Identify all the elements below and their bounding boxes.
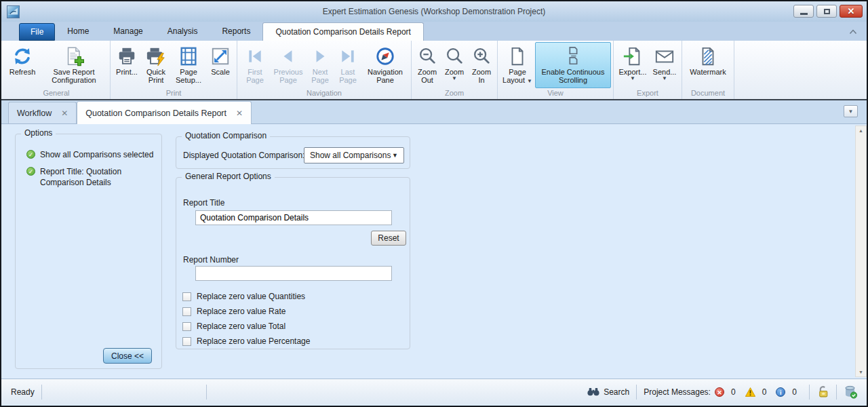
replace-zero-rate-checkbox[interactable] [182, 307, 191, 316]
page-layout-icon [507, 45, 528, 68]
enable-continuous-scrolling-button[interactable]: Enable Continuous Scrolling [535, 42, 611, 88]
info-count: 0 [792, 387, 797, 397]
title-bar: Expert Estimation Genesis (Workshop Demo… [1, 1, 867, 22]
export-icon [623, 45, 643, 68]
ribbon-group-view: Page Layout▼ Enable Continuous Scrolling… [498, 41, 614, 99]
replace-zero-total-checkbox[interactable] [182, 322, 191, 331]
option-status-item: ✓ Report Title: Quotation Comparison Det… [26, 166, 155, 188]
report-options-content: Options ✓ Show all Comparisons selected … [1, 124, 867, 379]
status-ready: Ready [11, 387, 35, 397]
previous-page-icon [279, 45, 297, 68]
reset-button[interactable]: Reset [371, 231, 406, 246]
printer-icon [117, 45, 137, 68]
chevron-down-icon: ▼ [392, 152, 398, 159]
warning-icon [745, 387, 755, 397]
tab-home[interactable]: Home [55, 22, 101, 41]
refresh-button[interactable]: Refresh [5, 42, 40, 88]
page-setup-button[interactable]: Page Setup... [171, 42, 206, 88]
vertical-scrollbar[interactable]: ▲ ▼ [855, 125, 867, 377]
zoom-icon [444, 45, 465, 68]
report-number-input[interactable] [195, 266, 392, 281]
dropdown-arrow-icon: ▼ [452, 76, 457, 81]
close-tab-icon[interactable]: ✕ [236, 109, 243, 118]
close-options-button[interactable]: Close << [103, 348, 152, 364]
displayed-quotation-comparison-select[interactable]: Show all Comparisons ▼ [304, 147, 404, 163]
page-layout-button[interactable]: Page Layout▼ [500, 42, 535, 88]
scroll-down-icon[interactable]: ▼ [859, 370, 863, 374]
lock-status-button[interactable] [816, 385, 829, 398]
divider [809, 385, 810, 400]
general-report-options-group: General Report Options Report Title Rese… [176, 177, 410, 349]
minimize-icon [800, 13, 808, 15]
info-icon: i [776, 387, 785, 397]
report-title-input[interactable] [195, 210, 392, 225]
tab-reports[interactable]: Reports [210, 22, 262, 41]
quotation-comparison-title: Quotation Comparison [182, 131, 270, 140]
scale-button[interactable]: Scale [206, 42, 235, 88]
close-tab-icon[interactable]: ✕ [61, 109, 68, 118]
window-title: Expert Estimation Genesis (Workshop Demo… [1, 7, 867, 16]
ribbon-group-zoom: Zoom Out Zoom ▼ Zoom In Zoom [412, 41, 498, 99]
divider [206, 385, 207, 400]
print-button[interactable]: Print... [113, 42, 141, 88]
refresh-icon [12, 45, 33, 68]
quick-print-icon [146, 45, 166, 68]
doc-tab-workflow[interactable]: Workflow ✕ [8, 102, 77, 123]
export-button[interactable]: Export... ▼ [616, 42, 650, 88]
warning-count: 0 [762, 387, 767, 397]
minimize-button[interactable] [793, 5, 814, 18]
maximize-button[interactable] [816, 5, 837, 18]
lock-icon [816, 385, 829, 398]
navigation-pane-button[interactable]: Navigation Pane [361, 42, 409, 88]
search-button[interactable]: Search [587, 387, 629, 397]
displayed-quotation-comparison-label: Displayed Quotation Comparison: [183, 151, 304, 160]
options-panel-title: Options [21, 128, 56, 138]
ribbon-tab-row: File Home Manage Analysis Reports Quotat… [1, 22, 867, 41]
report-number-label: Report Number [183, 255, 239, 265]
replace-zero-percentage-row: Replace zero value Percentage [182, 336, 310, 346]
next-page-button: Next Page [306, 42, 334, 88]
ribbon-group-export: Export... ▼ Send... ▼ Export [614, 41, 682, 99]
save-report-icon [64, 45, 84, 68]
send-button[interactable]: Send... ▼ [650, 42, 679, 88]
tab-file[interactable]: File [19, 23, 55, 41]
scale-icon [210, 45, 231, 68]
navigation-pane-icon [375, 45, 395, 68]
replace-zero-quantities-checkbox[interactable] [182, 292, 191, 301]
quotation-comparison-group: Quotation Comparison Displayed Quotation… [176, 136, 410, 169]
zoom-in-button[interactable]: Zoom In [468, 42, 495, 88]
tab-list-dropdown-button[interactable]: ▼ [844, 105, 858, 117]
doc-tab-quotation-comparison-details-report[interactable]: Quotation Comparison Details Report ✕ [77, 101, 252, 124]
watermark-icon [698, 45, 718, 68]
zoom-out-button[interactable]: Zoom Out [414, 42, 441, 88]
error-icon: ✕ [715, 387, 724, 397]
database-status-button[interactable] [844, 385, 857, 399]
project-messages[interactable]: Project Messages: ✕0 0 i0 [644, 387, 802, 397]
document-tab-strip: Workflow ✕ Quotation Comparison Details … [1, 100, 867, 124]
close-window-button[interactable]: ✕ [840, 5, 863, 18]
binoculars-icon [587, 387, 599, 396]
tab-quotation-comparison-details-report[interactable]: Quotation Comparison Details Report [262, 22, 423, 41]
collapse-ribbon-button[interactable] [848, 26, 859, 36]
quick-print-button[interactable]: Quick Print [141, 42, 171, 88]
close-icon: ✕ [848, 7, 855, 16]
previous-page-button: Previous Page [271, 42, 306, 88]
tab-manage[interactable]: Manage [101, 22, 155, 41]
scroll-up-icon[interactable]: ▲ [859, 128, 863, 133]
last-page-icon [339, 45, 357, 68]
check-circle-icon: ✓ [26, 150, 35, 159]
ribbon: Refresh Save Report Configuration Genera… [1, 41, 867, 100]
options-panel: Options ✓ Show all Comparisons selected … [15, 134, 162, 369]
continuous-scrolling-icon [563, 45, 583, 68]
tab-analysis[interactable]: Analysis [155, 22, 210, 41]
ribbon-group-document: Watermark Document [682, 41, 734, 99]
zoom-button[interactable]: Zoom ▼ [441, 42, 468, 88]
replace-zero-total-row: Replace zero value Total [182, 322, 285, 331]
watermark-button[interactable]: Watermark [684, 42, 732, 88]
report-title-label: Report Title [183, 198, 224, 208]
database-icon [844, 385, 857, 399]
replace-zero-percentage-checkbox[interactable] [182, 337, 191, 346]
application-window: Expert Estimation Genesis (Workshop Demo… [0, 0, 868, 407]
save-report-configuration-button[interactable]: Save Report Configuration [40, 42, 108, 88]
first-page-icon [246, 45, 264, 68]
